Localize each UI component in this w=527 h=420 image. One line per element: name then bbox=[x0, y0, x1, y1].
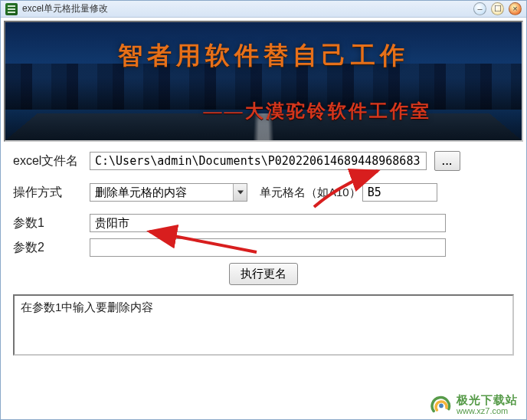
watermark-name: 极光下载站 bbox=[457, 393, 518, 406]
window-title: excel单元格批量修改 bbox=[22, 2, 108, 15]
mode-combobox[interactable]: 删除单元格的内容 bbox=[90, 183, 247, 202]
browse-button[interactable]: ... bbox=[434, 151, 460, 171]
close-button[interactable]: × bbox=[509, 2, 522, 15]
hint-text: 在参数1中输入要删除内容 bbox=[21, 300, 153, 313]
banner-slogan: 智者用软件替自己工作 bbox=[5, 39, 522, 73]
mode-label: 操作方式 bbox=[13, 185, 82, 201]
content-area: 智者用软件替自己工作 ——大漠驼铃软件工作室 excel文件名 ... 操作方式… bbox=[1, 18, 526, 419]
watermark: 极光下载站 www.xz7.com bbox=[430, 393, 518, 415]
file-label: excel文件名 bbox=[13, 153, 82, 169]
aurora-logo-icon bbox=[430, 394, 452, 415]
watermark-text-block: 极光下载站 www.xz7.com bbox=[457, 393, 518, 415]
row-param2: 参数2 bbox=[13, 238, 514, 257]
row-param1: 参数1 bbox=[13, 214, 514, 232]
param2-label: 参数2 bbox=[13, 240, 82, 256]
banner-studio: ——大漠驼铃软件工作室 bbox=[5, 99, 522, 123]
param1-label: 参数1 bbox=[13, 215, 82, 231]
chevron-down-icon bbox=[233, 184, 247, 201]
app-icon bbox=[5, 3, 18, 15]
row-file: excel文件名 ... bbox=[13, 151, 514, 171]
cellname-label: 单元格名（如A10） bbox=[260, 185, 361, 200]
minimize-button[interactable]: – bbox=[473, 2, 486, 15]
maximize-button[interactable]: ☐ bbox=[491, 2, 504, 15]
cellname-input[interactable] bbox=[362, 183, 437, 202]
mode-value: 删除单元格的内容 bbox=[95, 185, 187, 200]
banner: 智者用软件替自己工作 ——大漠驼铃软件工作室 bbox=[4, 21, 523, 142]
row-execute: 执行更名 bbox=[13, 263, 514, 285]
watermark-url: www.xz7.com bbox=[457, 406, 518, 415]
file-input[interactable] bbox=[90, 152, 427, 170]
execute-button[interactable]: 执行更名 bbox=[229, 263, 298, 285]
app-window: excel单元格批量修改 – ☐ × 智者用软件替自己工作 ——大漠驼铃软件工作… bbox=[0, 0, 527, 420]
param2-input[interactable] bbox=[90, 238, 446, 257]
param1-input[interactable] bbox=[90, 214, 446, 232]
titlebar: excel单元格批量修改 – ☐ × bbox=[1, 1, 526, 18]
form-area: excel文件名 ... 操作方式 删除单元格的内容 单元格名（如A10） 参数… bbox=[4, 142, 523, 416]
row-mode: 操作方式 删除单元格的内容 单元格名（如A10） bbox=[13, 183, 514, 202]
hint-textarea[interactable]: 在参数1中输入要删除内容 bbox=[13, 294, 514, 356]
svg-point-0 bbox=[439, 403, 444, 408]
window-controls: – ☐ × bbox=[473, 2, 522, 15]
param-group: 参数1 参数2 bbox=[13, 214, 514, 257]
